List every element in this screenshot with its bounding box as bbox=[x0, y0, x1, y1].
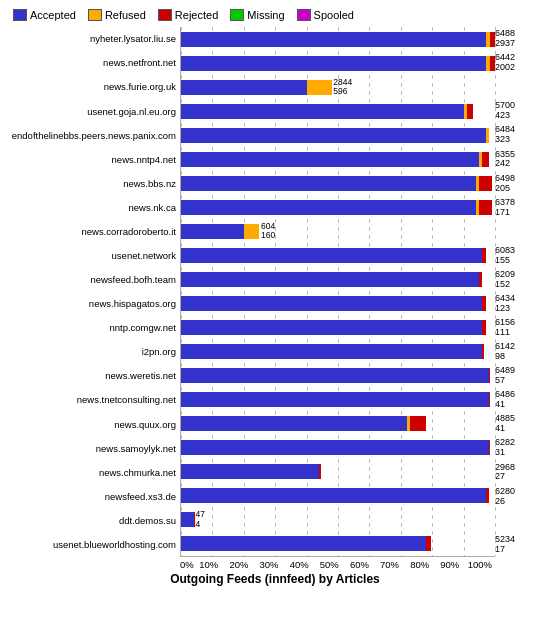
legend-refused-label: Refused bbox=[105, 9, 146, 21]
legend-spooled-label: Spooled bbox=[314, 9, 354, 21]
bar-segment-refused bbox=[486, 128, 489, 143]
bar-segment-rejected bbox=[479, 176, 492, 191]
bar-row bbox=[181, 462, 495, 481]
y-label: news.corradoroberto.it bbox=[81, 222, 176, 242]
x-tick: 60% bbox=[344, 559, 374, 570]
bar-row bbox=[181, 414, 495, 433]
bar-segment-accepted bbox=[181, 176, 476, 191]
y-label: usenet.blueworldhosting.com bbox=[53, 535, 176, 555]
bars-area: 2844596604160474 bbox=[180, 27, 495, 557]
bar-segment-accepted bbox=[181, 320, 482, 335]
bar-segment-accepted bbox=[181, 128, 486, 143]
x-tick: 30% bbox=[254, 559, 284, 570]
right-label: 6484323 bbox=[495, 126, 545, 145]
y-label: news.tnetconsulting.net bbox=[77, 390, 176, 410]
right-label: 6378171 bbox=[495, 198, 545, 217]
y-label: news.hispagatos.org bbox=[89, 294, 176, 314]
right-label: 614298 bbox=[495, 343, 545, 362]
bar-row: 474 bbox=[181, 510, 495, 529]
y-label: news.nk.ca bbox=[128, 198, 176, 218]
bar-segment-accepted bbox=[181, 296, 482, 311]
bar-row bbox=[181, 294, 495, 313]
legend-missing-label: Missing bbox=[247, 9, 284, 21]
bar-segment-accepted bbox=[181, 152, 479, 167]
bar-segment-accepted bbox=[181, 464, 319, 479]
bar-segment-refused bbox=[244, 224, 260, 239]
y-label: news.nntp4.net bbox=[112, 149, 176, 169]
right-label: 6434123 bbox=[495, 294, 545, 313]
bar-segment-accepted bbox=[181, 512, 194, 527]
bar-segment-accepted bbox=[181, 368, 489, 383]
bar-segment-accepted bbox=[181, 56, 486, 71]
x-axis: 0%10%20%30%40%50%60%70%80%90%100% bbox=[180, 557, 495, 570]
y-label: news.samoylyk.net bbox=[96, 438, 176, 458]
bar-row bbox=[181, 342, 495, 361]
bar-segment-rejected bbox=[490, 56, 495, 71]
right-label bbox=[495, 78, 545, 97]
bar-segment-rejected bbox=[482, 248, 485, 263]
accepted-swatch bbox=[13, 9, 27, 21]
y-label: i2pn.org bbox=[142, 342, 176, 362]
bar-segment-rejected bbox=[482, 344, 484, 359]
bar-row bbox=[181, 198, 495, 217]
right-label: 64422002 bbox=[495, 54, 545, 73]
legend-rejected-label: Rejected bbox=[175, 9, 218, 21]
y-label: usenet.network bbox=[112, 246, 176, 266]
bar-segment-accepted bbox=[181, 248, 482, 263]
legend-rejected: Rejected bbox=[158, 9, 218, 21]
bar-segment-rejected bbox=[467, 104, 473, 119]
bar-segment-accepted bbox=[181, 440, 489, 455]
bar-segment-rejected bbox=[490, 32, 495, 47]
x-tick: 70% bbox=[374, 559, 404, 570]
x-tick: 100% bbox=[465, 559, 495, 570]
y-label: news.weretis.net bbox=[105, 366, 176, 386]
bar-segment-rejected bbox=[482, 152, 488, 167]
bar-segment-rejected bbox=[479, 200, 492, 215]
bar-segment-accepted bbox=[181, 80, 307, 95]
bar-segment-rejected bbox=[479, 272, 482, 287]
y-label: nntp.comgw.net bbox=[109, 318, 176, 338]
right-label: 6498205 bbox=[495, 174, 545, 193]
y-label: usenet.goja.nl.eu.org bbox=[87, 101, 176, 121]
chart-title: Outgoing Feeds (innfeed) by Articles bbox=[5, 572, 545, 586]
bar-segment-accepted bbox=[181, 224, 244, 239]
x-tick: 0% bbox=[180, 559, 194, 570]
right-label: 648641 bbox=[495, 391, 545, 410]
right-label: 64882937 bbox=[495, 30, 545, 49]
bar-segment-rejected bbox=[489, 368, 491, 383]
legend-accepted-label: Accepted bbox=[30, 9, 76, 21]
bar-row: 604160 bbox=[181, 222, 495, 241]
bar-inline-label: 604160 bbox=[261, 222, 275, 241]
y-label: news.chmurka.net bbox=[99, 462, 176, 482]
x-tick: 10% bbox=[194, 559, 224, 570]
legend-refused: Refused bbox=[88, 9, 146, 21]
legend: Accepted Refused Rejected Missing Spoole… bbox=[5, 5, 545, 27]
right-label: 6083155 bbox=[495, 246, 545, 265]
rejected-swatch bbox=[158, 9, 172, 21]
bar-row bbox=[181, 174, 495, 193]
bar-row bbox=[181, 102, 495, 121]
right-label: 6355242 bbox=[495, 150, 545, 169]
x-tick: 50% bbox=[314, 559, 344, 570]
x-tick: 90% bbox=[435, 559, 465, 570]
right-label: 6209152 bbox=[495, 270, 545, 289]
bar-row bbox=[181, 30, 495, 49]
legend-spooled: Spooled bbox=[297, 9, 354, 21]
bar-row: 2844596 bbox=[181, 78, 495, 97]
bar-row bbox=[181, 366, 495, 385]
y-label: endofthelinebbs.peers.news.panix.com bbox=[12, 125, 176, 145]
spooled-swatch bbox=[297, 9, 311, 21]
bar-segment-accepted bbox=[181, 536, 426, 551]
refused-swatch bbox=[88, 9, 102, 21]
bar-row bbox=[181, 534, 495, 553]
legend-missing: Missing bbox=[230, 9, 284, 21]
bar-inline-label: 474 bbox=[195, 510, 204, 529]
missing-swatch bbox=[230, 9, 244, 21]
y-label: ddt.demos.su bbox=[119, 511, 176, 531]
y-label: news.quux.org bbox=[114, 414, 176, 434]
right-label: 628026 bbox=[495, 487, 545, 506]
right-label bbox=[495, 511, 545, 530]
right-labels: 6488293764422002570042364843236355242649… bbox=[495, 27, 545, 557]
bar-segment-rejected bbox=[482, 296, 485, 311]
bar-segment-accepted bbox=[181, 32, 486, 47]
